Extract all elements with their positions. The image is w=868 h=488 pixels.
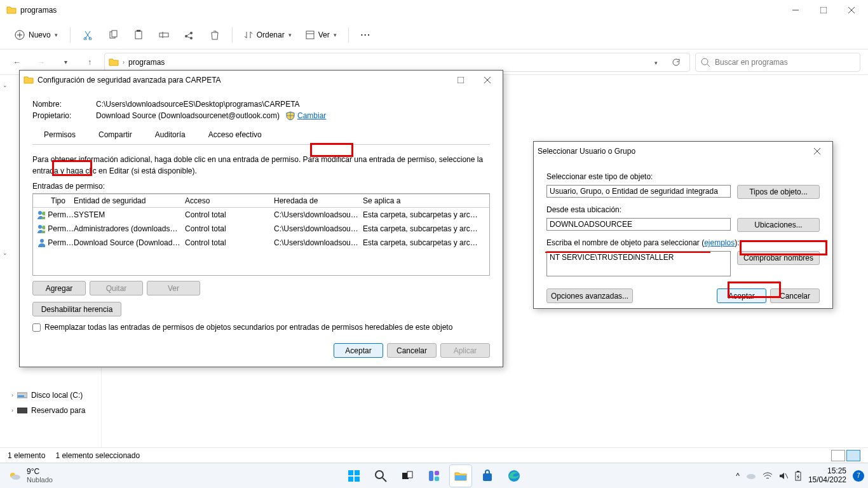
up-button[interactable]: ↑ [80, 53, 99, 72]
task-edge[interactable] [503, 464, 526, 487]
disable-inheritance-button[interactable]: Deshabilitar herencia [32, 302, 121, 316]
task-search[interactable] [369, 464, 392, 487]
location-field[interactable] [546, 218, 731, 231]
entries-label: Entradas de permiso: [32, 182, 490, 191]
tab-acceso-efectivo[interactable]: Acceso efectivo [197, 126, 273, 144]
tab-permisos[interactable]: Permisos [32, 126, 87, 144]
col-aplica[interactable]: Se aplica a [363, 196, 490, 205]
search-input[interactable]: Buscar en programas [695, 53, 860, 72]
refresh-button[interactable] [667, 58, 686, 67]
table-row[interactable]: Perm…Download Source (Download…Control t… [33, 236, 489, 250]
svg-rect-10 [112, 30, 117, 37]
chevron-right-icon: › [11, 392, 13, 398]
replace-checkbox[interactable] [32, 323, 41, 332]
apply-button[interactable]: Aplicar [440, 343, 490, 358]
cancel-button[interactable]: Cancelar [387, 343, 437, 358]
sort-button[interactable]: Ordenar ▾ [239, 28, 297, 42]
task-explorer[interactable] [449, 464, 472, 487]
objtype-field[interactable] [546, 185, 731, 198]
task-widgets[interactable] [423, 464, 445, 487]
table-row[interactable]: Perm…Administradores (downloads…Control … [33, 222, 489, 236]
weather-widget[interactable]: 9°C Nublado [0, 468, 53, 484]
svg-rect-1 [820, 7, 827, 13]
onedrive-icon[interactable] [746, 472, 756, 480]
name-label: Escriba el nombre de objeto para selecci… [546, 238, 820, 247]
forward-button[interactable]: → [32, 53, 51, 72]
objtype-label: Seleccionar este tipo de objeto: [546, 172, 820, 181]
view-button[interactable]: Ver [147, 281, 200, 295]
notification-badge[interactable]: 7 [853, 470, 864, 482]
view-details-toggle[interactable] [831, 450, 845, 461]
volume-icon[interactable] [779, 471, 788, 480]
copy-button[interactable] [102, 24, 124, 46]
tray-chevron-icon[interactable]: ^ [736, 471, 740, 480]
col-heredada[interactable]: Heredada de [274, 196, 363, 205]
advanced-options-button[interactable]: Opciones avanzadas... [546, 288, 633, 303]
shield-icon [286, 111, 295, 120]
ok-button[interactable]: Aceptar [334, 343, 383, 358]
sidebar-item-reserved[interactable]: › Reservado para [0, 403, 101, 418]
wifi-icon[interactable] [763, 472, 773, 480]
col-entidad[interactable]: Entidad de seguridad [74, 196, 185, 205]
locations-button[interactable]: Ubicaciones... [737, 218, 820, 232]
address-bar[interactable]: › programas ▾ [104, 53, 690, 72]
svg-rect-54 [797, 471, 799, 472]
close-button[interactable] [837, 1, 865, 20]
check-names-button[interactable]: Comprobar nombres [737, 251, 820, 265]
entries-list[interactable]: Tipo Entidad de seguridad Acceso Heredad… [32, 193, 490, 276]
object-name-input[interactable] [546, 251, 731, 276]
share-button[interactable] [179, 24, 200, 46]
close-icon[interactable] [806, 142, 829, 161]
maximize-button[interactable] [810, 1, 837, 20]
object-types-button[interactable]: Tipos de objeto... [737, 185, 820, 199]
back-button[interactable]: ← [8, 53, 27, 72]
change-owner-link[interactable]: Cambiar [297, 111, 326, 120]
cut-button[interactable] [77, 24, 98, 46]
examples-link[interactable]: ejemplos [704, 238, 735, 247]
svg-rect-45 [429, 471, 433, 481]
new-button[interactable]: Nuevo ▾ [9, 27, 64, 43]
svg-rect-37 [348, 470, 353, 475]
minimize-button[interactable] [782, 1, 810, 20]
replace-checkbox-row[interactable]: Reemplazar todas las entradas de permiso… [32, 323, 490, 332]
task-taskview[interactable] [396, 464, 419, 487]
tab-auditoria[interactable]: Auditoría [144, 126, 197, 144]
remove-button[interactable]: Quitar [90, 281, 143, 295]
col-tipo[interactable]: Tipo [36, 196, 74, 205]
svg-point-17 [190, 37, 193, 39]
sidebar-item-disk[interactable]: › Disco local (C:) [0, 388, 101, 403]
svg-rect-38 [355, 470, 360, 475]
paste-button[interactable] [128, 24, 149, 46]
close-icon[interactable] [476, 71, 499, 90]
chevron-down-icon[interactable]: ▾ [56, 53, 75, 72]
view-icons-toggle[interactable] [846, 450, 860, 461]
systray: ^ 15:25 15/04/2022 7 [736, 467, 864, 485]
svg-rect-12 [137, 30, 140, 32]
statusbar: 1 elemento 1 elemento seleccionado [0, 447, 868, 463]
select-user-dialog: Seleccionar Usuario o Grupo Seleccionar … [533, 141, 833, 309]
col-acceso[interactable]: Acceso [185, 196, 274, 205]
clock[interactable]: 15:25 15/04/2022 [808, 467, 846, 485]
delete-button[interactable] [204, 24, 226, 46]
table-row[interactable]: Perm…SYSTEMControl totalC:\Users\downloa… [33, 208, 489, 222]
cancel-button[interactable]: Cancelar [770, 288, 820, 303]
battery-icon[interactable] [794, 471, 802, 481]
address-dropdown[interactable]: ▾ [649, 58, 663, 67]
view-button[interactable]: Ver ▾ [301, 28, 342, 42]
breadcrumb[interactable]: programas [128, 58, 165, 67]
svg-rect-44 [407, 471, 412, 478]
ok-button[interactable]: Aceptar [717, 288, 766, 303]
rename-button[interactable] [153, 24, 175, 46]
start-button[interactable] [342, 464, 365, 487]
plus-circle-icon [15, 30, 25, 40]
task-store[interactable] [476, 464, 499, 487]
replace-label: Reemplazar todas las entradas de permiso… [44, 323, 452, 332]
status-selected: 1 elemento seleccionado [55, 451, 140, 460]
svg-point-28 [38, 211, 42, 215]
tab-compartir[interactable]: Compartir [87, 126, 144, 144]
more-button[interactable]: ··· [355, 24, 377, 46]
svg-rect-49 [483, 473, 492, 481]
maximize-icon[interactable] [449, 71, 472, 90]
folder-icon [109, 57, 119, 67]
add-button[interactable]: Agregar [32, 281, 86, 295]
